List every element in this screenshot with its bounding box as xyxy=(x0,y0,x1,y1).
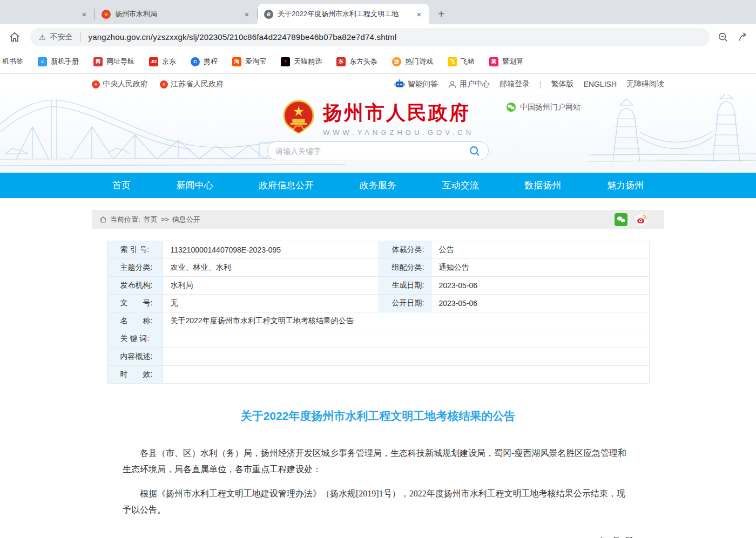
bookmark-item[interactable]: 飞 飞猪 xyxy=(448,57,475,66)
meta-value: 2023-05-06 xyxy=(431,295,649,312)
url-text[interactable]: yangzhou.gov.cn/yzszxxgk/slj/202305/210c… xyxy=(89,32,397,42)
meta-label: 时 效: xyxy=(107,366,163,384)
smart-qa-link[interactable]: 智能问答 xyxy=(394,79,438,89)
bookmark-label: 飞猪 xyxy=(461,57,475,66)
address-bar[interactable]: ⚠ 不安全 yangzhou.gov.cn/yzszxxgk/slj/20230… xyxy=(30,28,710,46)
tab-close-icon[interactable]: × xyxy=(79,9,89,19)
article: 关于2022年度扬州市水利工程文明工地考核结果的公告 各县（市、区）水利（务）局… xyxy=(123,408,633,538)
emblem-icon: ★ xyxy=(92,80,100,88)
search-input[interactable] xyxy=(275,147,469,155)
home-button-icon[interactable] xyxy=(6,29,23,45)
national-emblem-icon xyxy=(282,100,315,137)
search-icon[interactable] xyxy=(469,145,481,157)
bookmark-label: 天猫精选 xyxy=(294,57,322,66)
central-gov-link[interactable]: ★ 中央人民政府 xyxy=(92,79,148,89)
meta-label: 关 键 词: xyxy=(107,330,163,348)
nav-item-news[interactable]: 新闻中心 xyxy=(177,179,213,192)
bookmark-item[interactable]: C 携程 xyxy=(191,57,218,66)
meta-value: 水利局 xyxy=(163,277,379,295)
tab-partial[interactable]: × xyxy=(0,4,94,24)
juhuasuan-bookmark-icon: 聚 xyxy=(489,57,498,66)
mail-login-link[interactable]: 邮箱登录 xyxy=(500,79,530,89)
meta-value: 无 xyxy=(163,295,379,312)
article-paragraph: 各县（市、区）水利（务）局，扬州经济开发区城乡事务管理局，生态科技新城规划建设局… xyxy=(123,445,633,478)
nav-item-home[interactable]: 首页 xyxy=(112,179,131,192)
breadcrumb-prefix: 当前位置: xyxy=(110,215,140,224)
share-icon[interactable] xyxy=(738,31,750,43)
english-version-link[interactable]: ENGLISH xyxy=(584,80,617,88)
portal-site-link[interactable]: 中国扬州门户网站 xyxy=(506,102,580,112)
table-row: 内容概述: xyxy=(107,348,649,366)
emblem-favicon-icon: ★ xyxy=(102,10,111,19)
site-logo[interactable]: 扬州市人民政府 WWW.YANGZHOU.GOV.CN xyxy=(92,94,664,137)
article-title: 关于2022年度扬州市水利工程文明工地考核结果的公告 xyxy=(123,408,633,424)
bookmark-item[interactable]: ≡ 新机手册 xyxy=(38,57,79,66)
meta-value: 关于2022年度扬州市水利工程文明工地考核结果的公告 xyxy=(163,312,649,330)
table-row: 主题分类: 农业、林业、水利 组配分类: 通知公告 xyxy=(107,259,649,277)
main-navigation: 首页 新闻中心 政府信息公开 政务服务 互动交流 数据扬州 魅力扬州 xyxy=(0,173,756,198)
tab-shuiliju[interactable]: ★ 扬州市水利局 × xyxy=(95,4,257,24)
toutiao-bookmark-icon: 东 xyxy=(336,57,346,66)
bookmark-item[interactable]: 机书签 xyxy=(2,57,23,66)
meta-value: 通知公告 xyxy=(431,259,649,277)
table-row: 时 效: xyxy=(107,366,649,384)
bookmark-item[interactable]: T 天猫精选 xyxy=(281,57,322,66)
table-row: 文 号: 无 公开日期: 2023-05-06 xyxy=(107,295,649,312)
site-title: 扬州市人民政府 xyxy=(323,100,474,126)
tmall-bookmark-icon: T xyxy=(281,57,290,66)
table-row: 索 引 号: 11321000014407098E-2023-095 体裁分类:… xyxy=(107,241,649,259)
user-icon xyxy=(448,80,457,89)
bookmarks-bar: 机书签 ≡ 新机手册 网 网址导航 JD 京东 C 携程 淘 爱淘宝 T 天猫精… xyxy=(0,50,756,74)
meta-value xyxy=(163,366,649,384)
bookmark-label: 机书签 xyxy=(2,57,23,66)
weibo-share-icon[interactable] xyxy=(635,213,648,226)
new-tab-button[interactable]: + xyxy=(434,6,449,22)
tab-close-icon[interactable]: × xyxy=(242,9,252,19)
ctrip-bookmark-icon: C xyxy=(191,57,200,66)
bookmark-item[interactable]: 东 东方头条 xyxy=(336,57,377,66)
tab-close-icon[interactable]: × xyxy=(414,9,424,19)
breadcrumb-current-link[interactable]: 信息公开 xyxy=(172,215,200,224)
nav-item-interaction[interactable]: 互动交流 xyxy=(442,179,479,192)
tab-title: 关于2022年度扬州市水利工程文明工地 xyxy=(278,9,410,19)
fliggy-bookmark-icon: 飞 xyxy=(448,57,457,66)
breadcrumb-separator: >> xyxy=(161,215,169,223)
security-label[interactable]: 不安全 xyxy=(50,32,73,42)
breadcrumb-home-link[interactable]: 首页 xyxy=(144,215,158,224)
bookmark-label: 新机手册 xyxy=(51,57,79,66)
breadcrumb: 当前位置: 首页 >> 信息公开 xyxy=(92,210,664,229)
site-header-banner: 中国扬州门户网站 扬州市人民政府 WWW.YANGZHOU.GOV.CN xyxy=(0,94,756,173)
bookmark-label: 东方头条 xyxy=(349,57,377,66)
nav-item-data[interactable]: 数据扬州 xyxy=(524,179,561,192)
bookmark-item[interactable]: 网 网址导航 xyxy=(93,57,134,66)
jiangsu-gov-link[interactable]: ★ 江苏省人民政府 xyxy=(160,79,224,89)
site-search-box[interactable] xyxy=(267,141,489,160)
meta-label: 体裁分类: xyxy=(379,241,431,259)
site-url-caption: WWW.YANGZHOU.GOV.CN xyxy=(323,128,474,137)
document-meta-table: 索 引 号: 11321000014407098E-2023-095 体裁分类:… xyxy=(107,241,650,384)
accessibility-link[interactable]: 无障碍阅读 xyxy=(626,79,664,89)
bookmark-item[interactable]: JD 京东 xyxy=(149,57,176,66)
wechat-share-icon[interactable] xyxy=(615,213,627,226)
bookmark-label: 爱淘宝 xyxy=(245,57,266,66)
bookmark-item[interactable]: 聚 聚划算 xyxy=(489,57,523,66)
link-label: 江苏省人民政府 xyxy=(171,79,224,89)
article-paragraph: 根据《扬州市水利工程文明工地建设管理办法》（扬水规[2019]1号），2022年… xyxy=(123,486,633,519)
browser-tab-strip: × ★ 扬州市水利局 × e 关于2022年度扬州市水利工程文明工地 × + xyxy=(0,0,756,24)
bookmark-item[interactable]: 淘 爱淘宝 xyxy=(232,57,266,66)
nav-item-services[interactable]: 政务服务 xyxy=(360,179,396,192)
portal-label: 中国扬州门户网站 xyxy=(520,103,580,112)
bookmark-label: 携程 xyxy=(204,57,218,66)
tab-active-announcement[interactable]: e 关于2022年度扬州市水利工程文明工地 × xyxy=(258,4,429,24)
zoom-out-icon[interactable] xyxy=(717,31,729,43)
utility-divider: | xyxy=(539,80,542,88)
nav-item-charm[interactable]: 魅力扬州 xyxy=(607,179,644,192)
emblem-icon: ★ xyxy=(160,80,168,88)
user-center-link[interactable]: 用户中心 xyxy=(448,79,490,89)
traditional-version-link[interactable]: 繁体版 xyxy=(551,79,574,89)
site-utility-bar: ★ 中央人民政府 ★ 江苏省人民政府 智能问答 xyxy=(0,74,756,94)
article-date: 2023年5月6日 xyxy=(123,536,633,538)
bookmark-item[interactable]: 游 热门游戏 xyxy=(392,57,433,66)
robot-icon xyxy=(394,79,405,89)
nav-item-info-disclosure[interactable]: 政府信息公开 xyxy=(259,179,314,192)
